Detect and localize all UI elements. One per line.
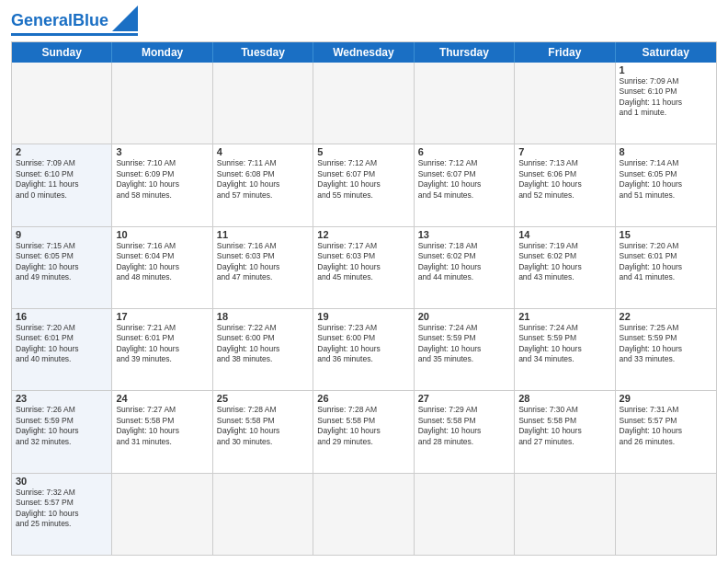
logo-text: GeneralBlue: [11, 11, 108, 30]
day-number: 29: [620, 393, 712, 404]
calendar-cell: 2Sunrise: 7:09 AMSunset: 6:10 PMDaylight…: [12, 144, 112, 225]
day-number: 14: [518, 229, 610, 240]
day-number: 21: [518, 311, 610, 322]
calendar-cell: [213, 63, 313, 144]
day-number: 12: [317, 229, 409, 240]
cell-info: Sunrise: 7:11 AMSunset: 6:08 PMDaylight:…: [217, 158, 309, 201]
day-number: 28: [518, 393, 610, 404]
calendar-cell: [112, 474, 212, 555]
calendar-row-4: 23Sunrise: 7:26 AMSunset: 5:59 PMDayligh…: [12, 391, 716, 473]
calendar-cell: 4Sunrise: 7:11 AMSunset: 6:08 PMDaylight…: [213, 144, 313, 225]
calendar-cell: 7Sunrise: 7:13 AMSunset: 6:06 PMDaylight…: [515, 144, 615, 225]
cell-info: Sunrise: 7:26 AMSunset: 5:59 PMDaylight:…: [16, 405, 108, 447]
calendar-cell: 11Sunrise: 7:16 AMSunset: 6:03 PMDayligh…: [213, 227, 313, 308]
cell-info: Sunrise: 7:27 AMSunset: 5:58 PMDaylight:…: [116, 405, 208, 447]
day-headers: SundayMondayTuesdayWednesdayThursdayFrid…: [12, 42, 716, 63]
calendar-cell: 30Sunrise: 7:32 AMSunset: 5:57 PMDayligh…: [12, 474, 112, 555]
cell-info: Sunrise: 7:09 AMSunset: 6:10 PMDaylight:…: [16, 158, 108, 201]
day-header-saturday: Saturday: [616, 42, 716, 63]
cell-info: Sunrise: 7:20 AMSunset: 6:01 PMDaylight:…: [16, 323, 108, 365]
day-number: 18: [217, 311, 309, 322]
day-number: 3: [116, 146, 208, 157]
cell-info: Sunrise: 7:25 AMSunset: 5:59 PMDaylight:…: [620, 323, 712, 365]
calendar-cell: 22Sunrise: 7:25 AMSunset: 5:59 PMDayligh…: [616, 309, 716, 390]
cell-info: Sunrise: 7:16 AMSunset: 6:03 PMDaylight:…: [217, 241, 309, 283]
cell-info: Sunrise: 7:29 AMSunset: 5:58 PMDaylight:…: [418, 405, 510, 447]
calendar-cell: 13Sunrise: 7:18 AMSunset: 6:02 PMDayligh…: [415, 227, 515, 308]
logo-underline: [11, 33, 138, 36]
logo-blue: Blue: [73, 11, 108, 29]
calendar-cell: 3Sunrise: 7:10 AMSunset: 6:09 PMDaylight…: [112, 144, 212, 225]
cell-info: Sunrise: 7:19 AMSunset: 6:02 PMDaylight:…: [518, 241, 610, 283]
calendar-cell: [112, 63, 212, 144]
day-number: 8: [620, 146, 712, 157]
cell-info: Sunrise: 7:20 AMSunset: 6:01 PMDaylight:…: [620, 241, 712, 283]
cell-info: Sunrise: 7:32 AMSunset: 5:57 PMDaylight:…: [16, 488, 108, 530]
calendar-cell: 21Sunrise: 7:24 AMSunset: 5:59 PMDayligh…: [515, 309, 615, 390]
cell-info: Sunrise: 7:18 AMSunset: 6:02 PMDaylight:…: [418, 241, 510, 283]
calendar-cell: 18Sunrise: 7:22 AMSunset: 6:00 PMDayligh…: [213, 309, 313, 390]
svg-marker-0: [112, 6, 138, 31]
day-header-wednesday: Wednesday: [313, 42, 414, 63]
cell-info: Sunrise: 7:30 AMSunset: 5:58 PMDaylight:…: [518, 405, 610, 447]
day-number: 13: [418, 229, 510, 240]
day-number: 7: [518, 146, 610, 157]
day-number: 11: [217, 229, 309, 240]
day-number: 9: [16, 229, 108, 240]
calendar-cell: 1Sunrise: 7:09 AMSunset: 6:10 PMDaylight…: [616, 63, 716, 144]
day-header-monday: Monday: [112, 42, 212, 63]
cell-info: Sunrise: 7:14 AMSunset: 6:05 PMDaylight:…: [620, 158, 712, 201]
day-header-tuesday: Tuesday: [213, 42, 313, 63]
day-header-sunday: Sunday: [12, 42, 112, 63]
day-number: 4: [217, 146, 309, 157]
calendar-cell: [313, 474, 414, 555]
calendar-cell: 5Sunrise: 7:12 AMSunset: 6:07 PMDaylight…: [313, 144, 414, 225]
calendar-cell: 17Sunrise: 7:21 AMSunset: 6:01 PMDayligh…: [112, 309, 212, 390]
calendar-cell: 28Sunrise: 7:30 AMSunset: 5:58 PMDayligh…: [515, 391, 615, 472]
calendar-body: 1Sunrise: 7:09 AMSunset: 6:10 PMDaylight…: [12, 63, 716, 555]
day-number: 27: [418, 393, 510, 404]
calendar-cell: 19Sunrise: 7:23 AMSunset: 6:00 PMDayligh…: [313, 309, 414, 390]
calendar-cell: [313, 63, 414, 144]
calendar-cell: 25Sunrise: 7:28 AMSunset: 5:58 PMDayligh…: [213, 391, 313, 472]
day-header-thursday: Thursday: [415, 42, 515, 63]
calendar-cell: 12Sunrise: 7:17 AMSunset: 6:03 PMDayligh…: [313, 227, 414, 308]
calendar-cell: [515, 63, 615, 144]
cell-info: Sunrise: 7:17 AMSunset: 6:03 PMDaylight:…: [317, 241, 409, 283]
cell-info: Sunrise: 7:15 AMSunset: 6:05 PMDaylight:…: [16, 241, 108, 283]
calendar-cell: 16Sunrise: 7:20 AMSunset: 6:01 PMDayligh…: [12, 309, 112, 390]
cell-info: Sunrise: 7:31 AMSunset: 5:57 PMDaylight:…: [620, 405, 712, 447]
day-number: 23: [16, 393, 108, 404]
calendar: SundayMondayTuesdayWednesdayThursdayFrid…: [11, 41, 717, 556]
cell-info: Sunrise: 7:28 AMSunset: 5:58 PMDaylight:…: [217, 405, 309, 447]
logo: GeneralBlue: [11, 9, 138, 36]
logo-icon: [112, 6, 138, 31]
calendar-cell: 10Sunrise: 7:16 AMSunset: 6:04 PMDayligh…: [112, 227, 212, 308]
calendar-cell: [616, 474, 716, 555]
cell-info: Sunrise: 7:23 AMSunset: 6:00 PMDaylight:…: [317, 323, 409, 365]
calendar-cell: [12, 63, 112, 144]
day-number: 25: [217, 393, 309, 404]
calendar-cell: 27Sunrise: 7:29 AMSunset: 5:58 PMDayligh…: [415, 391, 515, 472]
day-number: 20: [418, 311, 510, 322]
calendar-cell: 23Sunrise: 7:26 AMSunset: 5:59 PMDayligh…: [12, 391, 112, 472]
day-number: 10: [116, 229, 208, 240]
calendar-cell: [213, 474, 313, 555]
day-number: 17: [116, 311, 208, 322]
calendar-row-3: 16Sunrise: 7:20 AMSunset: 6:01 PMDayligh…: [12, 309, 716, 391]
calendar-row-5: 30Sunrise: 7:32 AMSunset: 5:57 PMDayligh…: [12, 474, 716, 555]
cell-info: Sunrise: 7:16 AMSunset: 6:04 PMDaylight:…: [116, 241, 208, 283]
day-number: 26: [317, 393, 409, 404]
calendar-row-0: 1Sunrise: 7:09 AMSunset: 6:10 PMDaylight…: [12, 63, 716, 144]
day-number: 22: [620, 311, 712, 322]
calendar-cell: [415, 63, 515, 144]
day-number: 15: [620, 229, 712, 240]
calendar-cell: 14Sunrise: 7:19 AMSunset: 6:02 PMDayligh…: [515, 227, 615, 308]
calendar-cell: 9Sunrise: 7:15 AMSunset: 6:05 PMDaylight…: [12, 227, 112, 308]
cell-info: Sunrise: 7:12 AMSunset: 6:07 PMDaylight:…: [418, 158, 510, 201]
calendar-row-2: 9Sunrise: 7:15 AMSunset: 6:05 PMDaylight…: [12, 227, 716, 309]
day-number: 2: [16, 146, 108, 157]
cell-info: Sunrise: 7:10 AMSunset: 6:09 PMDaylight:…: [116, 158, 208, 201]
calendar-cell: 6Sunrise: 7:12 AMSunset: 6:07 PMDaylight…: [415, 144, 515, 225]
calendar-cell: 26Sunrise: 7:28 AMSunset: 5:58 PMDayligh…: [313, 391, 414, 472]
